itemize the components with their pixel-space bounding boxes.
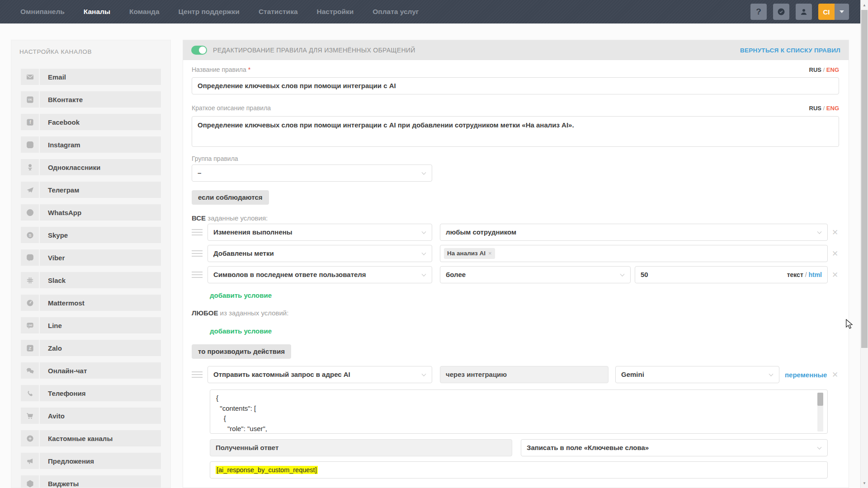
sidebar-item-label: Предложения	[40, 453, 161, 469]
scroll-down-icon[interactable]: ▼	[861, 479, 868, 487]
condition2-field-select[interactable]: Добавлены метки	[208, 245, 432, 262]
drag-handle-icon[interactable]	[192, 272, 203, 278]
nav-item-5[interactable]: Настройки	[317, 8, 354, 16]
tag-remove-icon[interactable]: ×	[488, 248, 492, 259]
condition3-value-input[interactable]: 50 текст / html	[635, 266, 828, 283]
action-type-select[interactable]: Отправить кастомный запрос в адрес AI	[208, 366, 432, 383]
slack-icon	[21, 272, 39, 288]
sidebar-item-label: Line	[40, 317, 161, 333]
nav-item-1[interactable]: Каналы	[84, 8, 110, 16]
rule-group-select[interactable]: –	[192, 164, 432, 182]
skype-icon: S	[21, 227, 39, 243]
add-condition-link-all[interactable]: добавить условие	[210, 291, 272, 299]
sidebar-item-megaphone[interactable]: Предложения	[21, 453, 161, 469]
nav-items: ОмнипанельКаналыКомандаЦентр поддержкиСт…	[0, 8, 419, 16]
nav-item-3[interactable]: Центр поддержки	[179, 8, 240, 16]
sidebar-item-facebook[interactable]: fFacebook	[21, 114, 161, 130]
telegram-icon	[21, 182, 39, 198]
drag-handle-icon[interactable]	[192, 371, 203, 378]
highlighted-variable: [ai_response_by_custom_request]	[216, 466, 318, 474]
sidebar-item-odnoklassniki[interactable]: Одноклассники	[21, 159, 161, 175]
sidebar-item-vk[interactable]: VKВКонтакте	[21, 91, 161, 108]
nav-item-4[interactable]: Статистика	[259, 8, 298, 16]
sidebar-item-chat[interactable]: Онлайн-чат	[21, 362, 161, 379]
request-body-textarea[interactable]: { "contents": [ { "role": "user", "parts…	[210, 389, 828, 434]
account-button[interactable]	[796, 4, 812, 20]
action-integration-select[interactable]: Gemini	[615, 366, 779, 383]
sidebar-item-plus[interactable]: Кастомные каналы	[21, 430, 161, 446]
sidebar-item-label: Facebook	[40, 114, 161, 130]
sidebar-item-viber[interactable]: Viber	[21, 249, 161, 266]
response-placeholder-field: Полученный ответ	[210, 439, 512, 456]
lang-toggle-description[interactable]: RUS / ENG	[809, 105, 839, 112]
chevron-down-icon	[422, 170, 426, 175]
nav-item-2[interactable]: Команда	[129, 8, 159, 16]
condition3-field-select[interactable]: Символов в последнем ответе пользователя	[208, 266, 432, 283]
rule-enabled-toggle[interactable]	[191, 46, 207, 55]
sidebar-item-whatsapp[interactable]: WhatsApp	[21, 204, 161, 221]
remove-action-button[interactable]: ✕	[831, 371, 839, 379]
vk-icon: VK	[21, 91, 39, 108]
chevron-down-icon	[422, 272, 426, 277]
response-variable-input[interactable]: [ai_response_by_custom_request]	[210, 461, 828, 479]
rule-description-input[interactable]: Определение ключевых слов при помощи инт…	[192, 116, 839, 147]
request-body-code: { "contents": [ { "role": "user", "parts…	[210, 390, 827, 434]
condition1-value-select[interactable]: любым сотрудником	[440, 224, 828, 241]
remove-condition-button[interactable]: ✕	[831, 250, 839, 258]
chat-icon	[21, 362, 39, 379]
page-scrollbar-thumb[interactable]	[861, 10, 868, 348]
add-condition-link-any[interactable]: добавить условие	[210, 327, 272, 335]
sidebar-item-label: Виджеты	[40, 475, 161, 488]
textarea-scrollbar[interactable]	[817, 393, 823, 432]
variables-link[interactable]: переменные	[785, 371, 827, 379]
sidebar-item-label: Телефония	[40, 385, 161, 401]
workspace-caret-button[interactable]	[835, 4, 849, 20]
sidebar-item-cart[interactable]: Avito	[21, 408, 161, 424]
rule-name-input[interactable]: Определение ключевых слов при помощи инт…	[192, 77, 839, 94]
any-conditions-heading: ЛЮБОЕ из заданных условий:	[192, 309, 288, 317]
sidebar-item-line[interactable]: LINELine	[21, 317, 161, 333]
sidebar-item-email[interactable]: Email	[21, 69, 161, 85]
textarea-scrollbar-thumb[interactable]	[817, 393, 823, 406]
page-scrollbar[interactable]: ▲ ▼	[860, 0, 868, 488]
tag-na-analiz-ai: На анализ AI ×	[444, 248, 495, 259]
response-target-select[interactable]: Записать в поле «Ключевые слова»	[521, 439, 828, 456]
action-via-field: через интеграцию	[440, 366, 609, 383]
facebook-icon: f	[21, 114, 39, 130]
scroll-up-icon[interactable]: ▲	[861, 1, 868, 9]
sidebar-item-instagram[interactable]: Instagram	[21, 136, 161, 153]
condition2-tags-input[interactable]: На анализ AI ×	[440, 245, 828, 262]
sidebar-item-skype[interactable]: SSkype	[21, 227, 161, 243]
tasks-button[interactable]	[773, 4, 789, 20]
sidebar-item-cube[interactable]: Виджеты	[21, 475, 161, 488]
sidebar-item-mattermost[interactable]: Mattermost	[21, 295, 161, 311]
lang-toggle-name[interactable]: RUS / ENG	[809, 66, 839, 73]
svg-text:Z: Z	[28, 346, 31, 351]
svg-text:f: f	[29, 120, 31, 125]
remove-condition-button[interactable]: ✕	[831, 229, 839, 236]
navbar-actions: ? CI	[750, 4, 849, 20]
remove-condition-button[interactable]: ✕	[831, 271, 839, 279]
condition3-operator-select[interactable]: более	[440, 266, 631, 283]
drag-handle-icon[interactable]	[192, 229, 203, 235]
drag-handle-icon[interactable]	[192, 250, 203, 257]
condition1-field-select[interactable]: Изменения выполнены	[208, 224, 432, 241]
rule-editor-panel: РЕДАКТИРОВАНИЕ ПРАВИЛА ДЛЯ ИЗМЕНЁННЫХ ОБ…	[183, 40, 849, 488]
text-html-mode-toggle[interactable]: текст / html	[787, 267, 822, 283]
mattermost-icon	[21, 295, 39, 311]
back-to-rules-link[interactable]: ВЕРНУТЬСЯ К СПИСКУ ПРАВИЛ	[740, 47, 840, 54]
workspace-switcher[interactable]: CI	[818, 4, 849, 20]
if-conditions-chip: если соблюдаются	[192, 190, 269, 205]
sidebar-item-phone[interactable]: Телефония	[21, 385, 161, 401]
nav-item-0[interactable]: Омнипанель	[20, 8, 65, 16]
chevron-down-icon	[422, 372, 426, 376]
nav-item-6[interactable]: Оплата услуг	[373, 8, 419, 16]
rule-form: Название правила * RUS / ENG Определение…	[183, 60, 849, 479]
help-button[interactable]: ?	[750, 4, 767, 20]
sidebar-item-zalo[interactable]: ZZalo	[21, 340, 161, 356]
line-icon: LINE	[21, 317, 39, 333]
sidebar-item-slack[interactable]: Slack	[21, 272, 161, 288]
svg-text:LINE: LINE	[28, 324, 33, 326]
sidebar-item-telegram[interactable]: Телеграм	[21, 182, 161, 198]
chevron-down-icon	[817, 230, 822, 234]
